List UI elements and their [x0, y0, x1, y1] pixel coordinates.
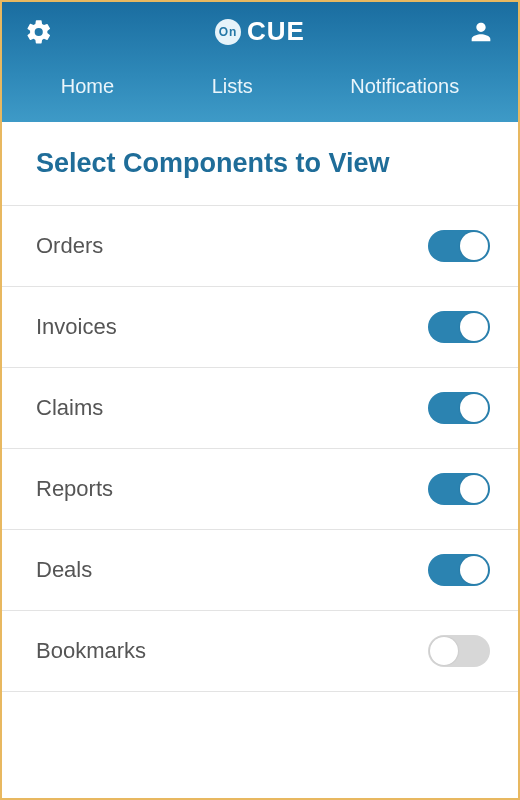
component-toggle[interactable]: [428, 311, 490, 343]
component-row: Invoices: [2, 287, 518, 368]
component-toggle[interactable]: [428, 554, 490, 586]
nav-tabs: Home Lists Notifications: [2, 57, 518, 122]
toggle-knob: [460, 313, 488, 341]
settings-button[interactable]: [24, 17, 54, 47]
brand-text: CUE: [247, 16, 305, 47]
component-label: Claims: [36, 395, 103, 421]
profile-button[interactable]: [466, 17, 496, 47]
toggle-knob: [430, 637, 458, 665]
top-bar: On CUE: [2, 16, 518, 57]
component-row: Deals: [2, 530, 518, 611]
component-row: Reports: [2, 449, 518, 530]
toggle-knob: [460, 475, 488, 503]
component-toggle[interactable]: [428, 230, 490, 262]
component-label: Orders: [36, 233, 103, 259]
component-label: Reports: [36, 476, 113, 502]
app-brand: On CUE: [215, 16, 305, 47]
gear-icon: [25, 18, 53, 46]
component-row: Bookmarks: [2, 611, 518, 692]
component-list: OrdersInvoicesClaimsReportsDealsBookmark…: [2, 205, 518, 692]
page-title: Select Components to View: [2, 122, 518, 205]
component-label: Deals: [36, 557, 92, 583]
component-label: Invoices: [36, 314, 117, 340]
component-row: Orders: [2, 206, 518, 287]
tab-notifications[interactable]: Notifications: [344, 71, 465, 102]
app-header: On CUE Home Lists Notifications: [2, 2, 518, 122]
toggle-knob: [460, 556, 488, 584]
component-toggle[interactable]: [428, 392, 490, 424]
component-toggle[interactable]: [428, 635, 490, 667]
main-content: Select Components to View OrdersInvoices…: [2, 122, 518, 798]
tab-home[interactable]: Home: [55, 71, 120, 102]
tab-lists[interactable]: Lists: [206, 71, 259, 102]
brand-badge: On: [215, 19, 241, 45]
person-icon: [467, 18, 495, 46]
component-label: Bookmarks: [36, 638, 146, 664]
component-toggle[interactable]: [428, 473, 490, 505]
toggle-knob: [460, 394, 488, 422]
toggle-knob: [460, 232, 488, 260]
component-row: Claims: [2, 368, 518, 449]
